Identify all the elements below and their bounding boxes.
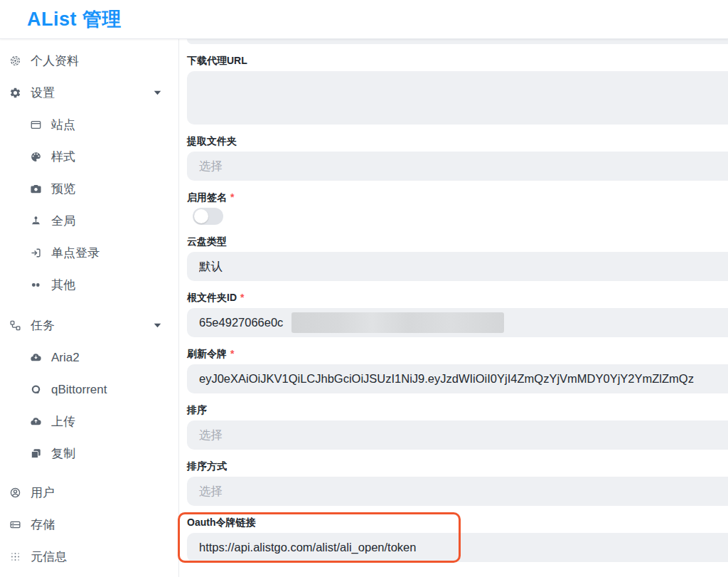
- sidebar-item-label: 设置: [31, 85, 55, 101]
- cloud-upload-icon: [30, 415, 42, 428]
- qbittorrent-icon: [30, 383, 42, 396]
- chevron-down-icon[interactable]: [151, 319, 164, 332]
- sidebar-item-profile[interactable]: 个人资料: [0, 45, 178, 77]
- field-label: 启用签名*: [187, 192, 728, 203]
- sidebar-item-label: 样式: [51, 149, 75, 165]
- redacted-overlay: [291, 312, 504, 333]
- dots-grid-icon: [9, 551, 21, 563]
- field-label: 云盘类型: [187, 236, 728, 247]
- cloud-disk-type-input[interactable]: [187, 252, 728, 281]
- sidebar: 个人资料 设置 站点: [0, 39, 179, 577]
- field-label: 排序方式: [187, 461, 728, 472]
- field-label: 下载代理URL: [187, 55, 728, 66]
- required-marker: *: [230, 348, 234, 359]
- joystick-icon: [30, 215, 42, 227]
- sidebar-item-style[interactable]: 样式: [0, 141, 178, 173]
- sidebar-item-label: 预览: [51, 181, 75, 197]
- sidebar-item-other[interactable]: 其他: [0, 269, 178, 301]
- oauth-token-url-input[interactable]: [187, 533, 728, 562]
- sidebar-item-label: 站点: [51, 117, 75, 133]
- field-label: 提取文件夹: [187, 136, 728, 147]
- sidebar-item-site[interactable]: 站点: [0, 109, 178, 141]
- camera-icon: [30, 183, 42, 195]
- extract-folder-select[interactable]: 选择: [187, 152, 728, 181]
- sidebar-item-label: 上传: [51, 413, 75, 430]
- sidebar-item-settings[interactable]: 设置: [0, 77, 178, 109]
- flow-icon: [9, 319, 21, 332]
- sidebar-item-metas[interactable]: 元信息: [0, 541, 178, 573]
- cropped-field-fragment[interactable]: [187, 39, 728, 44]
- copy-icon: [30, 448, 42, 460]
- sidebar-item-preview[interactable]: 预览: [0, 173, 178, 205]
- refresh-token-input[interactable]: [187, 364, 728, 393]
- required-marker: *: [230, 191, 234, 203]
- sidebar-item-label: 复制: [51, 445, 75, 462]
- sidebar-item-qbittorrent[interactable]: qBittorrent: [0, 374, 178, 406]
- sidebar-item-aria2[interactable]: Aria2: [0, 342, 178, 374]
- field-label: 排序: [187, 405, 728, 415]
- sidebar-item-copy[interactable]: 复制: [0, 438, 178, 470]
- required-marker: *: [240, 292, 244, 303]
- settings-form: 下载代理URL 提取文件夹 选择 启用签名* 云盘类型 根文件夹ID* 刷新令牌…: [179, 39, 728, 577]
- sidebar-item-sso[interactable]: 单点登录: [0, 237, 178, 269]
- select-placeholder: 选择: [199, 484, 223, 499]
- select-placeholder: 选择: [199, 159, 223, 174]
- sidebar-item-global[interactable]: 全局: [0, 205, 178, 237]
- sidebar-item-label: 用户: [31, 485, 55, 501]
- cloud-download-icon: [30, 351, 42, 364]
- field-label: 刷新令牌*: [187, 349, 728, 359]
- sidebar-item-users[interactable]: 用户: [0, 477, 178, 509]
- order-by-select[interactable]: 选择: [187, 420, 728, 450]
- sidebar-item-tasks[interactable]: 任务: [0, 309, 178, 342]
- sign-in-icon: [30, 247, 42, 259]
- fingerprint-icon: [9, 55, 21, 67]
- field-label: Oauth令牌链接: [187, 517, 728, 528]
- sidebar-item-label: 单点登录: [51, 245, 100, 261]
- sidebar-item-label: 全局: [51, 213, 75, 229]
- app-header: AList 管理: [0, 0, 728, 39]
- chevron-down-icon[interactable]: [151, 87, 164, 99]
- toggle-knob: [194, 209, 208, 223]
- field-label: 根文件夹ID*: [187, 292, 728, 303]
- user-circle-icon: [9, 487, 21, 499]
- sidebar-item-label: 其他: [51, 277, 75, 293]
- sidebar-item-label: 元信息: [31, 549, 67, 565]
- sidebar-item-label: qBittorrent: [51, 383, 107, 397]
- toll-icon: [30, 279, 42, 291]
- sidebar-item-label: 任务: [31, 317, 55, 334]
- palette-icon: [30, 151, 42, 163]
- server-icon: [9, 519, 21, 531]
- select-placeholder: 选择: [199, 428, 223, 443]
- sidebar-item-upload[interactable]: 上传: [0, 406, 178, 438]
- sidebar-item-storages[interactable]: 存储: [0, 509, 178, 541]
- download-proxy-url-textarea[interactable]: [187, 71, 728, 125]
- gear-icon: [9, 87, 21, 99]
- sidebar-item-label: 个人资料: [31, 53, 79, 69]
- sidebar-item-label: Aria2: [51, 351, 80, 365]
- sidebar-item-label: 存储: [31, 517, 55, 533]
- order-direction-select[interactable]: 选择: [187, 477, 728, 506]
- window-icon: [30, 119, 42, 131]
- enable-signature-toggle[interactable]: [193, 208, 223, 225]
- page-title: AList 管理: [27, 6, 122, 32]
